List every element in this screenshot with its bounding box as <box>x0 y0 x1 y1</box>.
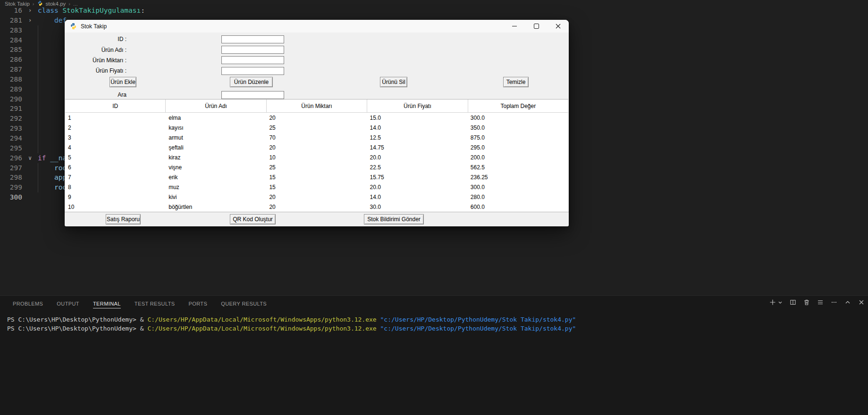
fold-indicator[interactable] <box>22 94 38 104</box>
table-row[interactable]: 9kivi2014.0280.0 <box>65 192 568 202</box>
fold-indicator[interactable] <box>22 35 38 45</box>
add-product-button[interactable]: Ürün Ekle <box>110 77 136 87</box>
line-number: 291 <box>0 104 22 114</box>
code-text[interactable]: class StokTakipUygulaması: <box>38 6 145 16</box>
fold-indicator[interactable] <box>22 104 38 114</box>
table-cell: 5 <box>65 152 166 162</box>
table-header-cell[interactable]: Toplam Değer <box>468 100 568 112</box>
line-number: 289 <box>0 84 22 94</box>
code-line: 16 › class StokTakipUygulaması: <box>0 6 868 16</box>
terminal[interactable]: PS C:\Users\HP\Desktop\PythonUdemy> & C:… <box>7 315 863 333</box>
table-cell: 14.75 <box>367 142 468 152</box>
more-actions-icon[interactable] <box>830 299 838 306</box>
fold-indicator[interactable]: › <box>22 16 38 25</box>
table-row[interactable]: 4şeftali2014.75295.0 <box>65 142 568 152</box>
fold-indicator[interactable] <box>22 133 38 143</box>
fold-indicator[interactable]: ∨ <box>22 153 38 163</box>
fold-indicator[interactable] <box>22 65 38 75</box>
qr-code-button[interactable]: QR Kod Oluştur <box>230 214 276 224</box>
table-cell: 20.0 <box>367 152 468 162</box>
panel-tab-query-results[interactable]: QUERY RESULTS <box>221 299 267 308</box>
new-terminal-icon[interactable] <box>769 299 776 306</box>
table-cell: 3 <box>65 133 166 142</box>
line-number: 283 <box>0 25 22 35</box>
fold-indicator[interactable]: › <box>22 6 38 16</box>
sales-report-button[interactable]: Satış Raporu <box>106 214 141 224</box>
line-number: 293 <box>0 124 22 133</box>
minimize-icon <box>512 26 517 26</box>
delete-product-button[interactable]: Ürünü Sil <box>380 77 407 87</box>
fold-indicator[interactable] <box>22 84 38 94</box>
maximize-panel-icon[interactable] <box>844 299 851 306</box>
table-row[interactable]: 3armut7012.5875.0 <box>65 133 568 142</box>
close-panel-icon[interactable] <box>858 299 865 306</box>
table-cell: 22.5 <box>367 162 468 172</box>
clear-button[interactable]: Temizle <box>503 77 529 87</box>
terminal-line: PS C:\Users\HP\Desktop\PythonUdemy> & C:… <box>7 315 863 324</box>
product-quantity-label: Ürün Miktarı : <box>65 57 126 64</box>
table-row[interactable]: 2kayısı2514.0350.0 <box>65 123 568 133</box>
fold-indicator[interactable] <box>22 25 38 35</box>
fold-indicator[interactable] <box>22 192 38 202</box>
table-cell: 7 <box>65 173 166 183</box>
code-text[interactable]: app <box>38 173 67 183</box>
panel-tab-test-results[interactable]: TEST RESULTS <box>135 299 175 308</box>
window-titlebar[interactable]: Stok Takip <box>65 20 569 33</box>
close-icon <box>556 22 561 31</box>
form-field-row: Ürün Adı : <box>65 44 284 55</box>
search-row: Ara <box>65 91 284 99</box>
fold-indicator[interactable] <box>22 183 38 192</box>
table-header-cell[interactable]: Ürün Adı <box>166 100 266 112</box>
table-row[interactable]: 5kiraz1020.0200.0 <box>65 152 568 162</box>
fold-indicator[interactable] <box>22 114 38 124</box>
product-quantity-input[interactable] <box>221 56 284 64</box>
product-name-input[interactable] <box>221 46 284 54</box>
kill-terminal-icon[interactable] <box>803 299 810 306</box>
table-cell: 8 <box>65 183 166 192</box>
table-cell: elma <box>166 113 266 123</box>
minimize-button[interactable] <box>504 20 525 33</box>
table-cell: 1 <box>65 113 166 123</box>
line-number: 295 <box>0 143 22 153</box>
line-number: 281 <box>0 16 22 25</box>
maximize-icon <box>534 24 539 29</box>
fold-indicator[interactable] <box>22 124 38 133</box>
search-input[interactable] <box>221 91 284 99</box>
table-row[interactable]: 10böğürtlen2030.0600.0 <box>65 202 568 212</box>
table-row[interactable]: 1elma2015.0300.0 <box>65 113 568 123</box>
line-number: 297 <box>0 163 22 173</box>
fold-indicator[interactable] <box>22 55 38 65</box>
fold-indicator[interactable] <box>22 163 38 173</box>
table-cell: 9 <box>65 192 166 202</box>
fold-indicator[interactable] <box>22 173 38 183</box>
table-row[interactable]: 6vişne2522.5562.5 <box>65 162 568 172</box>
maximize-button[interactable] <box>525 20 547 33</box>
line-number: 290 <box>0 94 22 104</box>
table-header-cell[interactable]: Ürün Miktarı <box>267 100 367 112</box>
panel-tab-ports[interactable]: PORTS <box>189 299 208 308</box>
bottom-panel: PROBLEMSOUTPUTTERMINALTEST RESULTSPORTSQ… <box>0 295 868 415</box>
fold-indicator[interactable] <box>22 45 38 55</box>
close-button[interactable] <box>547 20 569 33</box>
line-number: 286 <box>0 55 22 65</box>
line-number: 296 <box>0 153 22 163</box>
table-row[interactable]: 8muz1520.0300.0 <box>65 183 568 192</box>
indent-guide <box>38 25 38 153</box>
product-price-input[interactable] <box>221 67 284 75</box>
fold-indicator[interactable] <box>22 143 38 153</box>
id-input[interactable] <box>221 35 284 43</box>
table-row[interactable]: 7erik1515.75236.25 <box>65 173 568 183</box>
fold-indicator[interactable] <box>22 75 38 84</box>
panel-tab-output[interactable]: OUTPUT <box>57 299 79 308</box>
terminal-tabs-icon[interactable] <box>817 299 824 306</box>
split-terminal-icon[interactable] <box>789 299 797 306</box>
edit-product-button[interactable]: Ürün Düzenle <box>230 77 273 87</box>
terminal-profile-chevron-icon[interactable] <box>777 299 783 306</box>
stock-notification-button[interactable]: Stok Bildirimi Gönder <box>364 214 424 224</box>
panel-tab-terminal[interactable]: TERMINAL <box>93 299 121 308</box>
table-header-cell[interactable]: Ürün Fiyatı <box>367 100 468 112</box>
table-cell: 10 <box>266 152 367 162</box>
table-cell: erik <box>166 173 266 183</box>
table-header-cell[interactable]: ID <box>65 100 166 112</box>
panel-tab-problems[interactable]: PROBLEMS <box>13 299 43 308</box>
